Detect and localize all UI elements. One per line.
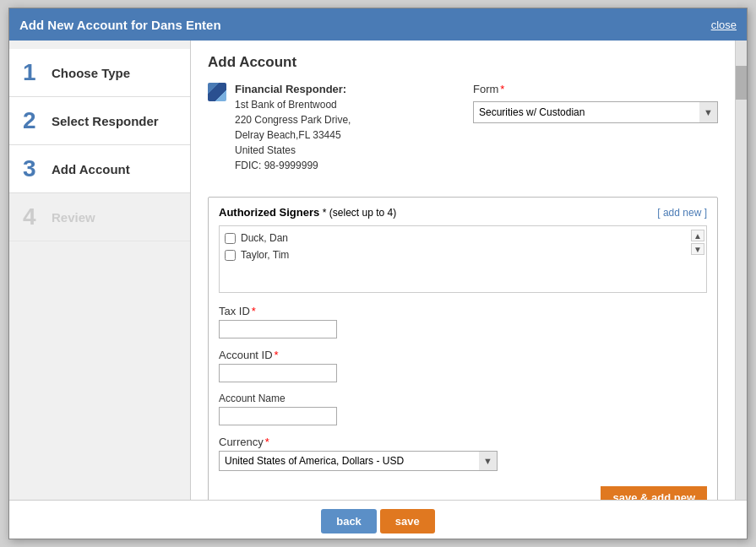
step-label-3: Add Account — [52, 162, 130, 176]
sidebar-step-2[interactable]: 2 Select Responder — [9, 97, 190, 145]
form-select[interactable]: Securities w/ Custodian Standard Premium — [473, 101, 718, 123]
responder-section: Financial Responder: 1st Bank of Brentwo… — [208, 83, 456, 187]
responder-address3: United States — [235, 143, 456, 158]
currency-select[interactable]: United States of America, Dollars - USD — [219, 451, 498, 471]
signers-list: Duck, Dan Taylor, Tim ▲ ▼ — [219, 225, 707, 293]
account-id-label: Account ID* — [219, 349, 707, 361]
modal-header: Add New Account for Dans Enten close — [9, 8, 747, 41]
form-section-box: Authorized Signers * (select up to 4) [ … — [208, 197, 718, 500]
sidebar: 1 Choose Type 2 Select Responder 3 Add A… — [9, 41, 191, 500]
modal-footer: back save — [9, 500, 747, 539]
header-top: Financial Responder: 1st Bank of Brentwo… — [208, 83, 718, 187]
signer-item-duck: Duck, Dan — [225, 230, 701, 246]
step-label-2: Select Responder — [52, 114, 159, 128]
responder-details: Financial Responder: 1st Bank of Brentwo… — [235, 83, 456, 173]
close-button[interactable]: close — [711, 19, 737, 31]
scroll-track — [736, 41, 747, 500]
scroll-up-arrow[interactable]: ▲ — [691, 230, 704, 241]
responder-label: Financial Responder: — [235, 83, 456, 95]
signer-checkbox-taylor[interactable] — [225, 250, 236, 261]
authorized-header: Authorized Signers * (select up to 4) [ … — [219, 206, 707, 219]
form-label: Form* — [473, 83, 718, 95]
back-button[interactable]: back — [321, 509, 377, 533]
responder-address2: Delray Beach,FL 33445 — [235, 127, 456, 143]
scroll-down-arrow[interactable]: ▼ — [691, 243, 704, 255]
step-label-1: Choose Type — [52, 66, 130, 80]
form-select-wrapper: Securities w/ Custodian Standard Premium… — [473, 101, 718, 123]
section-title: Add Account — [208, 54, 718, 71]
form-group: Form* Securities w/ Custodian Standard P… — [473, 83, 718, 123]
signer-name-duck: Duck, Dan — [241, 232, 288, 244]
step-number-3: 3 — [23, 155, 43, 182]
signer-name-taylor: Taylor, Tim — [241, 249, 289, 261]
responder-name: 1st Bank of Brentwood — [235, 97, 456, 112]
modal-body: 1 Choose Type 2 Select Responder 3 Add A… — [9, 41, 747, 500]
step-number-1: 1 — [23, 59, 43, 86]
bank-icon — [208, 83, 226, 101]
currency-wrapper: United States of America, Dollars - USD … — [219, 451, 498, 471]
sidebar-step-1[interactable]: 1 Choose Type — [9, 49, 190, 97]
step-number-4: 4 — [23, 203, 43, 230]
main-content: Add Account Financial Responder: 1st Ban… — [191, 41, 735, 500]
authorized-title: Authorized Signers * (select up to 4) — [219, 206, 396, 219]
tax-id-row: Tax ID* — [219, 305, 707, 338]
save-button[interactable]: save — [380, 509, 435, 533]
add-new-signer-link[interactable]: [ add new ] — [657, 207, 707, 219]
scroll-arrows: ▲ ▼ — [691, 230, 704, 255]
scroll-thumb — [736, 66, 747, 100]
sidebar-step-3[interactable]: 3 Add Account — [9, 145, 190, 193]
responder-fdic: FDIC: 98-9999999 — [235, 158, 456, 173]
currency-row: Currency* United States of America, Doll… — [219, 436, 707, 471]
signer-checkbox-duck[interactable] — [225, 233, 236, 244]
step-label-4: Review — [52, 210, 95, 225]
step-number-2: 2 — [23, 107, 43, 134]
modal-title: Add New Account for Dans Enten — [19, 18, 221, 32]
signer-item-taylor: Taylor, Tim — [225, 246, 701, 263]
save-add-container: save & add new — [219, 481, 707, 500]
account-name-row: Account Name — [219, 393, 707, 425]
responder-info: Financial Responder: 1st Bank of Brentwo… — [208, 83, 456, 173]
tax-id-input[interactable] — [219, 320, 337, 338]
tax-id-label: Tax ID* — [219, 305, 707, 317]
action-buttons: back save — [9, 501, 747, 539]
responder-address1: 220 Congress Park Drive, — [235, 112, 456, 127]
account-id-input[interactable] — [219, 364, 337, 382]
account-name-input[interactable] — [219, 407, 337, 425]
modal-container: Add New Account for Dans Enten close 1 C… — [8, 8, 748, 539]
sidebar-step-4: 4 Review — [9, 193, 190, 241]
account-name-label: Account Name — [219, 393, 707, 404]
right-scrollbar[interactable] — [735, 41, 747, 500]
save-add-button[interactable]: save & add new — [601, 486, 707, 500]
currency-label: Currency* — [219, 436, 707, 448]
account-id-row: Account ID* — [219, 349, 707, 382]
